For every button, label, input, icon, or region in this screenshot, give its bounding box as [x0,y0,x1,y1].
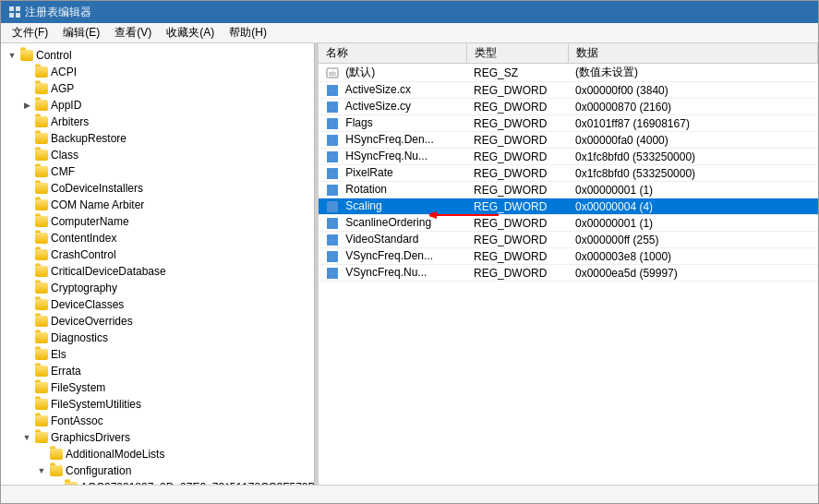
tree-item-appid[interactable]: ▶ AppID [1,97,314,114]
cell-type: REG_DWORD [466,99,568,115]
cell-name: ScanlineOrdering [319,215,466,232]
tree-item-codeviceinstallers[interactable]: CoDeviceInstallers [1,180,314,197]
folder-icon-crashcontrol [34,248,49,261]
registry-values[interactable]: 名称 类型 数据 ab (默认) REG_SZ (数值未设置) [319,43,818,485]
table-row[interactable]: VSyncFreq.Den... REG_DWORD 0x000003e8 (1… [319,248,818,265]
svg-rect-45 [332,240,338,246]
svg-rect-31 [332,185,338,190]
tree-item-fontassoc[interactable]: FontAssoc [1,413,314,429]
tree-item-comnamearbiter[interactable]: COM Name Arbiter [1,197,314,213]
tree-item-contentindex[interactable]: ContentIndex [1,230,314,246]
folder-icon-deviceoverrides [34,315,49,328]
label-arbiters: Arbiters [51,115,89,128]
reg-value-name: VSyncFreq.Nu... [345,266,427,279]
tree-item-cmf[interactable]: CMF [1,163,314,180]
tree-item-deviceclasses[interactable]: DeviceClasses [1,296,314,313]
folder-icon-arbiters [34,115,49,128]
cell-type: REG_SZ [466,64,568,82]
expander-graphicsdrivers[interactable]: ▼ [19,430,34,445]
table-row[interactable]: VideoStandard REG_DWORD 0x000000ff (255) [319,232,818,248]
folder-icon-comnamearbiter [34,198,49,211]
svg-rect-0 [9,6,14,11]
tree-item-class[interactable]: Class [1,147,314,163]
table-row[interactable]: HSyncFreq.Nu... REG_DWORD 0x1fc8bfd0 (53… [319,149,818,165]
folder-icon-appid [34,99,49,112]
table-row[interactable]: ActiveSize.cx REG_DWORD 0x00000f00 (3840… [319,82,818,99]
menu-favorites[interactable]: 收藏夹(A) [159,23,222,42]
table-row[interactable]: Scaling REG_DWORD 0x00000004 (4) [319,198,818,215]
reg-value-icon [326,117,339,130]
folder-icon-computername [34,215,49,228]
tree-item-graphicsdrivers[interactable]: ▼ GraphicsDrivers [1,429,314,446]
tree-item-els[interactable]: Els [1,346,314,363]
registry-tree[interactable]: ▼ Control ACPI AGP ▶ [1,43,315,485]
table-row[interactable]: ab (默认) REG_SZ (数值未设置) [319,64,818,82]
cell-type: REG_DWORD [466,149,568,165]
cell-name: PixelRate [319,165,466,182]
cell-type: REG_DWORD [466,198,568,215]
cell-type: REG_DWORD [466,215,568,232]
expander-control[interactable]: ▼ [5,48,19,63]
cell-data: 0x00000870 (2160) [568,99,818,115]
tree-item-configuration[interactable]: ▼ Configuration [1,462,314,479]
cell-type: REG_DWORD [466,165,568,182]
tree-item-agp[interactable]: AGP [1,80,314,97]
tree-item-cryptography[interactable]: Cryptography [1,280,314,296]
svg-rect-16 [327,124,332,129]
folder-icon-els [34,348,49,361]
svg-rect-8 [327,90,332,96]
label-criticaldevicedatabase: CriticalDeviceDatabase [51,265,166,278]
table-row[interactable]: ScanlineOrdering REG_DWORD 0x00000001 (1… [319,215,818,232]
menu-help[interactable]: 帮助(H) [222,23,274,42]
tree-item-errata[interactable]: Errata [1,363,314,379]
svg-rect-51 [332,268,338,273]
svg-rect-29 [332,174,338,179]
tree-item-filesystem[interactable]: FileSystem [1,379,314,396]
table-row[interactable]: Rotation REG_DWORD 0x00000001 (1) [319,182,818,198]
expander-appid[interactable]: ▶ [19,98,34,113]
tree-item-additionalmodelists[interactable]: AdditionalModeLists [1,446,314,462]
cell-data: (数值未设置) [568,64,818,82]
tree-item-filesystemutilities[interactable]: FileSystemUtilities [1,396,314,413]
tree-item-criticaldevicedatabase[interactable]: CriticalDeviceDatabase [1,263,314,280]
tree-item-acpi[interactable]: ACPI [1,64,314,80]
cell-data: 0x00000f00 (3840) [568,82,818,99]
reg-value-icon [326,167,339,180]
reg-value-icon: ab [326,66,339,79]
tree-item-arbiters[interactable]: Arbiters [1,114,314,130]
cell-type: REG_DWORD [466,265,568,282]
tree-item-computername[interactable]: ComputerName [1,213,314,230]
svg-rect-49 [332,257,338,262]
table-row[interactable]: HSyncFreq.Den... REG_DWORD 0x00000fa0 (4… [319,132,818,149]
folder-icon-deviceclasses [34,298,49,311]
table-row[interactable]: Flags REG_DWORD 0x0101ff87 (16908167) [319,115,818,132]
reg-value-icon [326,200,339,213]
cell-data: 0x1fc8bfd0 (533250000) [568,149,818,165]
cell-name: ActiveSize.cy [319,99,466,115]
svg-rect-25 [332,157,338,162]
menu-edit[interactable]: 编辑(E) [55,23,107,42]
table-row[interactable]: ActiveSize.cy REG_DWORD 0x00000870 (2160… [319,99,818,115]
folder-icon-cmf [34,165,49,178]
tree-item-crashcontrol[interactable]: CrashControl [1,246,314,263]
folder-icon-criticaldevicedatabase [34,265,49,278]
cell-data: 0x00000001 (1) [568,215,818,232]
menu-file[interactable]: 文件(F) [5,23,55,42]
cell-name: Rotation [319,182,466,198]
cell-name: Scaling [319,198,466,215]
reg-value-icon [326,150,339,163]
table-row[interactable]: VSyncFreq.Nu... REG_DWORD 0x0000ea5d (59… [319,265,818,282]
menu-view[interactable]: 查看(V) [107,23,159,42]
tree-item-control[interactable]: ▼ Control [1,47,314,64]
folder-icon-diagnostics [34,331,49,344]
tree-item-backuprestore[interactable]: BackupRestore [1,130,314,147]
svg-rect-13 [332,107,338,113]
label-cryptography: Cryptography [51,282,117,294]
label-els: Els [51,348,66,361]
table-row[interactable]: PixelRate REG_DWORD 0x1fc8bfd0 (53325000… [319,165,818,182]
folder-icon-errata [34,365,49,378]
tree-item-deviceoverrides[interactable]: DeviceOverrides [1,313,314,330]
expander-configuration[interactable]: ▼ [34,463,49,478]
svg-rect-34 [327,201,332,207]
tree-item-diagnostics[interactable]: Diagnostics [1,330,314,346]
